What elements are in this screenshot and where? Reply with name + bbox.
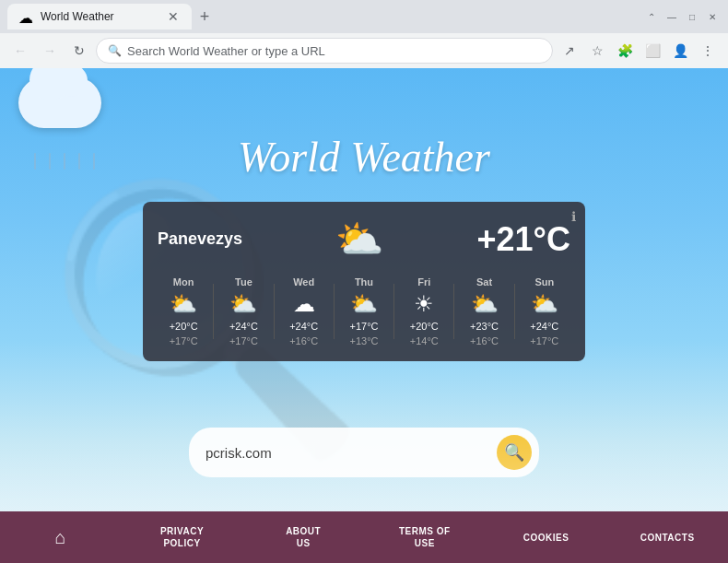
day-label-fri: Fri (417, 276, 430, 287)
forecast-day-sat: Sat ⛅ +23°C +16°C (458, 276, 510, 346)
day-high-mon: +20°C (170, 321, 198, 332)
bottom-clouds (0, 438, 728, 511)
info-icon[interactable]: ℹ (571, 209, 576, 224)
current-temperature: +21°C (477, 220, 570, 259)
day-low-thu: +13°C (349, 335, 378, 346)
tab-favicon: ☁ (18, 9, 33, 24)
city-name: Panevezys (158, 229, 242, 249)
day-low-fri: +14°C (410, 335, 439, 346)
forecast-day-sun: Sun ⛅ +24°C +17°C (519, 276, 570, 346)
forecast-day-fri: Fri ☀ +20°C +14°C (398, 276, 450, 346)
nav-item-cookies[interactable]: COOKIES (486, 511, 607, 563)
day-label-sat: Sat (476, 276, 492, 287)
day-icon-thu: ⛅ (350, 291, 378, 317)
day-label-mon: Mon (173, 276, 194, 287)
nav-item-about[interactable]: ABOUTUS (242, 511, 364, 563)
day-low-sat: +16°C (470, 335, 499, 346)
divider (393, 284, 394, 339)
day-high-sun: +24°C (530, 321, 558, 332)
weather-header: Panevezys ⛅ +21°C (158, 217, 570, 262)
sidebar-button[interactable]: ⬜ (640, 38, 665, 64)
forecast-day-tue: Tue ⛅ +24°C +17°C (217, 276, 269, 346)
day-low-wed: +16°C (289, 335, 318, 346)
page-content: 🔍 World Weather ℹ Panevezys ⛅ +21°C Mon … (0, 68, 728, 563)
forecast-day-wed: Wed ☁ +24°C +16°C (278, 276, 330, 346)
day-icon-sat: ⛅ (471, 291, 499, 317)
window-controls: ⌃ — □ ✕ (643, 8, 721, 25)
close-button[interactable]: ✕ (704, 8, 721, 25)
nav-label-terms: TERMS OFUSE (399, 525, 451, 549)
day-icon-sun: ⛅ (531, 291, 558, 317)
collapse-button[interactable]: ⌃ (643, 8, 660, 25)
back-button[interactable]: ← (7, 38, 33, 64)
day-label-tue: Tue (235, 276, 252, 287)
forecast-day-thu: Thu ⛅ +17°C +13°C (338, 276, 390, 346)
day-high-thu: +17°C (349, 321, 378, 332)
extensions-button[interactable]: 🧩 (612, 38, 638, 64)
profile-button[interactable]: 👤 (667, 38, 693, 64)
tab-close-button[interactable]: ✕ (166, 9, 181, 24)
nav-item-home[interactable]: ⌂ (0, 511, 122, 563)
home-icon: ⌂ (55, 527, 67, 548)
nav-item-terms[interactable]: TERMS OFUSE (364, 511, 486, 563)
title-bar: ☁ World Weather ✕ + ⌃ — □ ✕ (0, 0, 728, 33)
divider (213, 284, 214, 339)
nav-item-privacy[interactable]: PRIVACYPOLICY (122, 511, 243, 563)
address-text: Search World Weather or type a URL (127, 44, 541, 58)
tab-title: World Weather (41, 10, 159, 23)
day-icon-fri: ☀ (414, 291, 434, 317)
new-tab-button[interactable]: + (192, 4, 217, 29)
bookmark-button[interactable]: ☆ (584, 38, 610, 64)
browser-chrome: ☁ World Weather ✕ + ⌃ — □ ✕ ← → ↻ 🔍 Sear… (0, 0, 728, 68)
maximize-button[interactable]: □ (684, 8, 700, 25)
address-bar[interactable]: 🔍 Search World Weather or type a URL (96, 38, 553, 64)
nav-item-contacts[interactable]: CONTACTS (606, 511, 728, 563)
divider (334, 284, 335, 339)
day-high-fri: +20°C (410, 321, 439, 332)
bottom-nav: ⌂ PRIVACYPOLICY ABOUTUS TERMS OFUSE COOK… (0, 511, 728, 563)
divider (453, 284, 454, 339)
day-low-sun: +17°C (530, 335, 558, 346)
current-weather-icon: ⛅ (335, 217, 383, 262)
day-high-tue: +24°C (229, 321, 258, 332)
forward-button[interactable]: → (37, 38, 63, 64)
day-icon-tue: ⛅ (229, 291, 257, 317)
day-icon-wed: ☁ (293, 291, 315, 317)
day-label-thu: Thu (355, 276, 373, 287)
app-title: World Weather (0, 133, 728, 182)
cloud-shape (18, 77, 101, 128)
day-high-wed: +24°C (289, 321, 318, 332)
day-high-sat: +23°C (470, 321, 499, 332)
forecast-day-mon: Mon ⛅ +20°C +17°C (158, 276, 209, 346)
address-bar-search-icon: 🔍 (108, 44, 122, 57)
day-label-sun: Sun (534, 276, 554, 287)
day-label-wed: Wed (293, 276, 314, 287)
menu-button[interactable]: ⋮ (695, 38, 721, 64)
share-button[interactable]: ↗ (557, 38, 582, 64)
minimize-button[interactable]: — (663, 8, 680, 25)
divider (274, 284, 275, 339)
day-low-mon: +17°C (170, 335, 198, 346)
weather-widget: ℹ Panevezys ⛅ +21°C Mon ⛅ +20°C +17°C Tu… (143, 202, 585, 361)
forecast-row: Mon ⛅ +20°C +17°C Tue ⛅ +24°C +17°C Wed … (158, 276, 570, 346)
active-tab[interactable]: ☁ World Weather ✕ (7, 4, 192, 29)
nav-label-about: ABOUTUS (286, 525, 321, 549)
toolbar-right: ↗ ☆ 🧩 ⬜ 👤 ⋮ (557, 38, 721, 64)
day-low-tue: +17°C (229, 335, 258, 346)
nav-label-cookies: COOKIES (523, 532, 569, 544)
toolbar: ← → ↻ 🔍 Search World Weather or type a U… (0, 33, 728, 68)
nav-label-privacy: PRIVACYPOLICY (160, 525, 204, 549)
day-icon-mon: ⛅ (170, 291, 197, 317)
reload-button[interactable]: ↻ (66, 38, 92, 64)
nav-label-contacts: CONTACTS (640, 532, 695, 544)
divider (514, 284, 515, 339)
